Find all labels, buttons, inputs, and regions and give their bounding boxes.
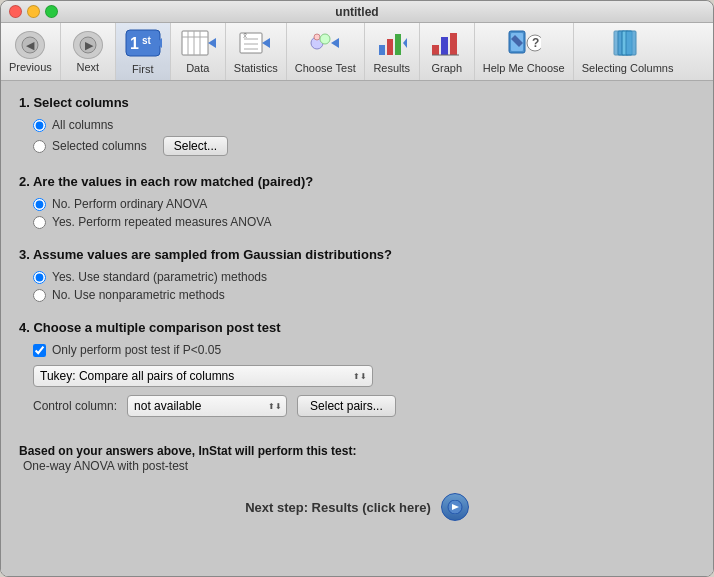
select-pairs-button[interactable]: Select pairs... xyxy=(297,395,396,417)
toolbar-choose-test[interactable]: Choose Test xyxy=(287,23,365,80)
control-dropdown[interactable]: not available xyxy=(127,395,287,417)
toolbar-selecting-columns[interactable]: Selecting Columns xyxy=(574,23,682,80)
toolbar-help[interactable]: ? Help Me Choose xyxy=(475,23,574,80)
svg-text:st: st xyxy=(142,35,152,46)
svg-rect-30 xyxy=(450,33,457,55)
post-test-checkbox[interactable] xyxy=(33,344,46,357)
content-area: 1. Select columns All columns Selected c… xyxy=(1,81,713,576)
help-label: Help Me Choose xyxy=(483,62,565,74)
no-nonparametric-label: No. Use nonparametric methods xyxy=(52,288,225,302)
section-2: 2. Are the values in each row matched (p… xyxy=(19,174,695,229)
post-test-checkbox-row: Only perform post test if P<0.05 xyxy=(33,343,695,357)
selected-columns-row: Selected columns Select... xyxy=(33,136,695,156)
next-step-arrow-icon xyxy=(447,500,463,514)
statistics-icon: x̄ xyxy=(238,29,274,60)
svg-text:◀: ◀ xyxy=(26,39,35,51)
section-4: 4. Choose a multiple comparison post tes… xyxy=(19,320,695,417)
next-step-row: Next step: Results (click here) xyxy=(19,493,695,521)
svg-rect-29 xyxy=(441,37,448,55)
next-label: Next xyxy=(76,61,99,73)
toolbar-data[interactable]: Data xyxy=(171,23,226,80)
select-button[interactable]: Select... xyxy=(163,136,228,156)
svg-rect-8 xyxy=(182,31,208,55)
previous-icon: ◀ xyxy=(15,31,45,59)
control-column-label: Control column: xyxy=(33,399,117,413)
toolbar: ◀ Previous ▶ Next 1 st First xyxy=(1,23,713,81)
yes-repeated-radio[interactable] xyxy=(33,216,46,229)
no-nonparametric-radio[interactable] xyxy=(33,289,46,302)
post-test-dropdown[interactable]: Tukey: Compare all pairs of columns Bonf… xyxy=(33,365,373,387)
close-button[interactable] xyxy=(9,5,22,18)
svg-rect-28 xyxy=(432,45,439,55)
yes-parametric-label: Yes. Use standard (parametric) methods xyxy=(52,270,267,284)
all-columns-label: All columns xyxy=(52,118,113,132)
statistics-label: Statistics xyxy=(234,62,278,74)
section-3-options: Yes. Use standard (parametric) methods N… xyxy=(33,270,695,302)
first-label: First xyxy=(132,63,153,75)
result-box: Based on your answers above, InStat will… xyxy=(19,435,695,481)
section-1: 1. Select columns All columns Selected c… xyxy=(19,95,695,156)
section-1-options: All columns Selected columns Select... xyxy=(33,118,695,156)
post-test-dropdown-row: Tukey: Compare all pairs of columns Bonf… xyxy=(33,365,695,387)
help-icon: ? xyxy=(507,29,541,60)
result-value: One-way ANOVA with post-test xyxy=(23,459,188,473)
section-1-title: 1. Select columns xyxy=(19,95,695,110)
data-label: Data xyxy=(186,62,209,74)
yes-parametric-radio[interactable] xyxy=(33,271,46,284)
main-window: untitled ◀ Previous ▶ Next 1 st xyxy=(0,0,714,577)
window-title: untitled xyxy=(335,5,378,19)
control-column-row: Control column: not available Select pai… xyxy=(33,395,695,417)
svg-point-22 xyxy=(320,34,330,44)
toolbar-first[interactable]: 1 st First xyxy=(116,23,171,80)
toolbar-statistics[interactable]: x̄ Statistics xyxy=(226,23,287,80)
titlebar: untitled xyxy=(1,1,713,23)
no-ordinary-label: No. Perform ordinary ANOVA xyxy=(52,197,207,211)
next-icon: ▶ xyxy=(73,31,103,59)
selecting-columns-icon xyxy=(612,29,644,60)
svg-rect-25 xyxy=(387,39,393,55)
svg-marker-13 xyxy=(208,38,216,48)
selecting-columns-label: Selecting Columns xyxy=(582,62,674,74)
svg-text:▶: ▶ xyxy=(85,39,94,51)
toolbar-previous[interactable]: ◀ Previous xyxy=(1,23,61,80)
no-ordinary-radio[interactable] xyxy=(33,198,46,211)
previous-label: Previous xyxy=(9,61,52,73)
yes-parametric-row: Yes. Use standard (parametric) methods xyxy=(33,270,695,284)
graph-label: Graph xyxy=(431,62,462,74)
next-step-button[interactable] xyxy=(441,493,469,521)
svg-rect-40 xyxy=(626,31,636,55)
choose-test-icon xyxy=(307,29,343,60)
yes-repeated-label: Yes. Perform repeated measures ANOVA xyxy=(52,215,271,229)
first-icon: 1 st xyxy=(124,28,162,61)
section-3-title: 3. Assume values are sampled from Gaussi… xyxy=(19,247,695,262)
result-title: Based on your answers above, InStat will… xyxy=(19,444,356,458)
maximize-button[interactable] xyxy=(45,5,58,18)
svg-text:x̄: x̄ xyxy=(243,32,247,39)
svg-rect-24 xyxy=(379,45,385,55)
post-test-dropdown-wrapper: Tukey: Compare all pairs of columns Bonf… xyxy=(33,365,373,387)
no-nonparametric-row: No. Use nonparametric methods xyxy=(33,288,695,302)
choose-test-label: Choose Test xyxy=(295,62,356,74)
selected-columns-label: Selected columns xyxy=(52,139,147,153)
window-controls xyxy=(9,5,58,18)
section-2-title: 2. Are the values in each row matched (p… xyxy=(19,174,695,189)
results-icon xyxy=(377,29,407,60)
toolbar-results[interactable]: Results xyxy=(365,23,420,80)
svg-rect-26 xyxy=(395,34,401,55)
svg-text:1: 1 xyxy=(130,35,139,52)
svg-text:?: ? xyxy=(532,36,539,50)
selected-columns-radio[interactable] xyxy=(33,140,46,153)
minimize-button[interactable] xyxy=(27,5,40,18)
results-label: Results xyxy=(373,62,410,74)
next-step-label: Next step: Results (click here) xyxy=(245,500,431,515)
svg-marker-19 xyxy=(262,38,270,48)
svg-point-21 xyxy=(314,34,320,40)
section-4-title: 4. Choose a multiple comparison post tes… xyxy=(19,320,695,335)
svg-marker-27 xyxy=(403,38,407,48)
toolbar-next[interactable]: ▶ Next xyxy=(61,23,116,80)
toolbar-graph[interactable]: Graph xyxy=(420,23,475,80)
all-columns-radio[interactable] xyxy=(33,119,46,132)
data-icon xyxy=(180,29,216,60)
section-2-options: No. Perform ordinary ANOVA Yes. Perform … xyxy=(33,197,695,229)
post-test-checkbox-label: Only perform post test if P<0.05 xyxy=(52,343,221,357)
